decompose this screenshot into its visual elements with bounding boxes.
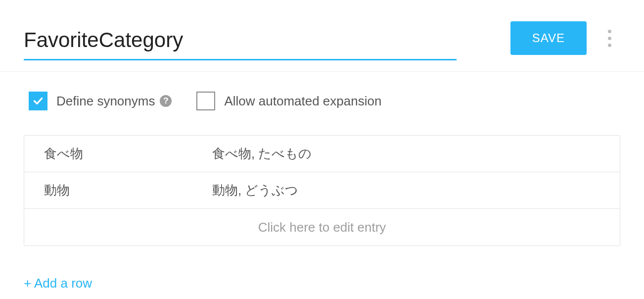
define-synonyms-checkbox[interactable] — [29, 92, 47, 110]
allow-expansion-text: Allow automated expansion — [224, 94, 381, 109]
allow-expansion-checkbox[interactable] — [196, 92, 215, 110]
define-synonyms-label: Define synonyms ? — [56, 94, 172, 109]
reference-cell: 食べ物 — [24, 145, 202, 162]
reference-cell: 動物 — [24, 182, 202, 199]
help-icon[interactable]: ? — [160, 95, 172, 107]
synonyms-cell: 食べ物, たべもの — [202, 145, 620, 162]
add-row-link[interactable]: + Add a row — [24, 276, 92, 291]
header-bar: SAVE — [0, 0, 644, 72]
synonyms-cell: 動物, どうぶつ — [202, 182, 620, 199]
entity-name-input[interactable] — [24, 26, 457, 60]
allow-expansion-option: Allow automated expansion — [196, 92, 381, 110]
save-button[interactable]: SAVE — [510, 21, 587, 55]
more-menu-button[interactable] — [598, 27, 620, 49]
allow-expansion-label: Allow automated expansion — [224, 94, 381, 109]
synonyms-table: 食べ物 食べ物, たべもの 動物 動物, どうぶつ Click here to … — [24, 135, 620, 246]
table-row[interactable]: 動物 動物, どうぶつ — [24, 172, 620, 209]
define-synonyms-option: Define synonyms ? — [29, 92, 172, 110]
check-icon — [32, 95, 45, 107]
define-synonyms-text: Define synonyms — [56, 94, 155, 109]
options-row: Define synonyms ? Allow automated expans… — [24, 92, 620, 110]
more-vert-icon — [608, 30, 611, 47]
title-field-wrap — [24, 26, 457, 60]
edit-entry-placeholder[interactable]: Click here to edit entry — [24, 209, 620, 246]
content-area: Define synonyms ? Allow automated expans… — [0, 72, 644, 291]
table-row[interactable]: 食べ物 食べ物, たべもの — [24, 136, 620, 172]
